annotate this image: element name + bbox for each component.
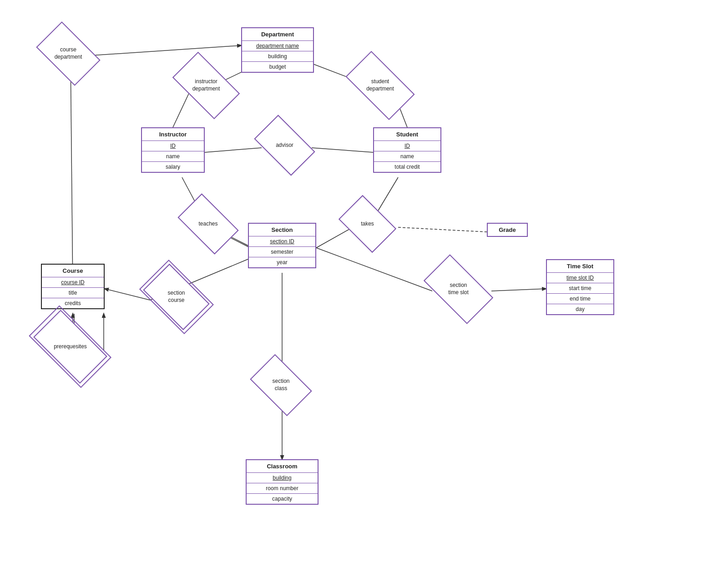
entity-department-attr-1: building [242,51,313,61]
diamond-instructor-department: instructordepartment [177,67,236,104]
svg-line-13 [398,227,487,232]
entity-department: Department department name building budg… [241,27,314,73]
entity-student-attr-2: total credit [374,161,440,172]
entity-course-attr-1: title [42,287,104,298]
svg-line-22 [316,248,432,291]
entity-classroom-attr-0: building [247,472,318,483]
entity-section-attr-0: section ID [249,236,315,246]
entity-department-attr-2: budget [242,61,313,72]
entity-course: Course course ID title credits [41,264,105,309]
svg-line-23 [491,289,546,291]
diamond-takes-label: takes [361,221,374,228]
diamond-teaches: teaches [182,207,234,241]
svg-line-6 [205,148,262,152]
svg-line-11 [378,177,398,211]
diamond-advisor-label: advisor [276,142,293,149]
entity-section-attr-2: year [249,257,315,267]
er-diagram-canvas: Department department name building budg… [0,0,728,582]
entity-timeslot-attr-3: day [547,304,613,314]
entity-department-title: Department [242,28,313,40]
diamond-teaches-label: teaches [198,221,217,228]
entity-classroom-title: Classroom [247,460,318,472]
entity-section: Section section ID semester year [248,223,316,268]
entity-classroom-attr-2: capacity [247,493,318,504]
diamond-student-department: studentdepartment [349,67,411,104]
entity-department-attr-0: department name [242,40,313,51]
entity-timeslot-attr-1: start time [547,283,613,293]
entity-student: Student ID name total credit [373,127,441,173]
entity-section-title: Section [249,224,315,236]
diamond-section-class-label: sectionclass [272,378,289,392]
entity-instructor-attr-0: ID [142,140,204,151]
entity-timeslot: Time Slot time slot ID start time end ti… [546,259,614,315]
entity-timeslot-title: Time Slot [547,260,613,272]
diamond-course-department: coursedepartment [41,35,96,72]
diamond-instructor-department-label: instructordepartment [192,78,220,92]
entity-grade: Grade [487,223,528,237]
diamond-prerequisites: prerequesites [37,327,103,366]
entity-instructor-title: Instructor [142,128,204,140]
svg-line-1 [71,57,73,289]
entity-timeslot-attr-0: time slot ID [547,272,613,283]
diamond-student-department-label: studentdepartment [366,78,394,92]
diamond-takes: takes [344,207,391,241]
diamond-section-timeslot: sectiontime slot [428,271,489,308]
entity-student-attr-1: name [374,151,440,161]
entity-section-attr-1: semester [249,246,315,257]
entity-timeslot-attr-2: end time [547,293,613,304]
entity-student-attr-0: ID [374,140,440,151]
entity-course-title: Course [42,265,104,277]
diamond-section-course: sectioncourse [148,278,205,316]
entity-classroom-attr-1: room number [247,483,318,493]
entity-instructor-attr-1: name [142,151,204,161]
diamond-section-class: sectionclass [255,367,307,403]
entity-course-attr-0: course ID [42,277,104,287]
diamond-section-course-label: sectioncourse [167,290,185,304]
entity-classroom: Classroom building room number capacity [246,459,318,505]
entity-grade-title: Grade [488,224,527,236]
entity-student-title: Student [374,128,440,140]
entity-instructor-attr-2: salary [142,161,204,172]
entity-course-attr-2: credits [42,298,104,308]
diamond-advisor: advisor [258,128,311,162]
entity-instructor: Instructor ID name salary [141,127,205,173]
svg-line-0 [71,45,241,57]
diamond-course-department-label: coursedepartment [55,46,82,60]
diamond-prerequisites-label: prerequesites [54,343,87,351]
svg-line-7 [312,148,373,152]
diamond-section-timeslot-label: sectiontime slot [448,282,469,296]
